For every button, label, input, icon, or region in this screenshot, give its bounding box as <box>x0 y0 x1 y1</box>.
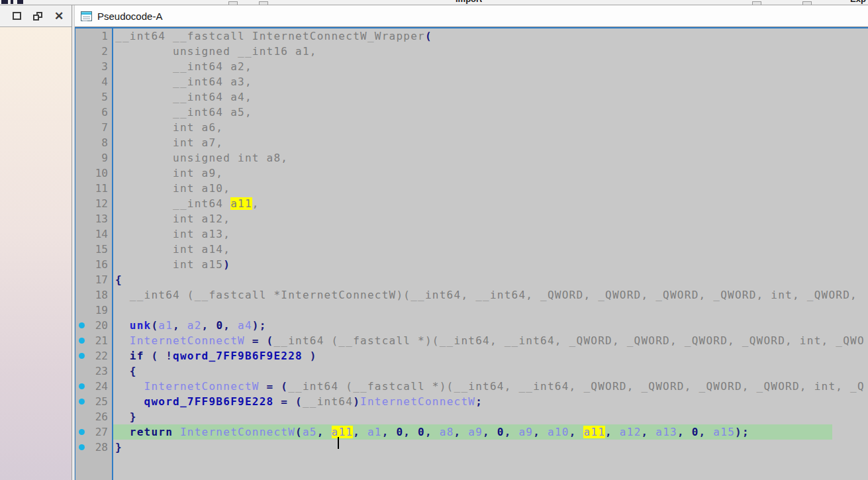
code-token: { <box>115 365 137 377</box>
code-token: , <box>533 426 548 438</box>
tab-pseudocode-a[interactable]: Pseudocode-A <box>75 5 171 26</box>
code-line[interactable]: __int64 a2, <box>113 59 868 74</box>
code-token: , <box>353 426 367 438</box>
code-token: __int64 <box>303 395 353 408</box>
close-button[interactable]: ✕ <box>53 10 65 22</box>
gutter-line: 6 <box>75 105 112 120</box>
code-token: 0 <box>497 426 505 438</box>
code-token: , <box>677 426 692 438</box>
code-token: , <box>252 197 260 210</box>
highlighted-identifier: 11 <box>338 426 353 438</box>
code-token: a12 <box>620 426 642 438</box>
gutter-line: 9 <box>75 150 112 166</box>
code-token: a5 <box>303 426 317 438</box>
code-line[interactable]: __int64 a3, <box>113 74 868 89</box>
code-token: ( ! <box>144 350 173 362</box>
code-token: __int64 __fastcall InternetConnectW_Wrap… <box>115 30 425 42</box>
code-token: __int64 a2, <box>115 60 252 73</box>
code-token: , <box>173 319 187 332</box>
gutter-line: 24 <box>75 379 112 394</box>
code-token: InternetConnectW <box>360 395 475 408</box>
code-line[interactable]: InternetConnectW = (__int64 (__fastcall … <box>113 333 868 348</box>
code-token <box>115 334 130 347</box>
code-line[interactable]: return InternetConnectW(a5, a11, a1, 0, … <box>113 424 832 440</box>
close-icon: ✕ <box>54 11 64 22</box>
code-line[interactable]: int a13, <box>113 226 868 242</box>
window-controls-bar: ✕ <box>0 5 72 27</box>
code-token: , <box>699 426 714 438</box>
code-line[interactable]: { <box>113 363 868 379</box>
code-line[interactable]: int a14, <box>113 242 868 257</box>
code-line[interactable]: __int64 a11, <box>113 196 868 211</box>
code-line[interactable]: int a12, <box>113 211 868 226</box>
code-line[interactable]: __int64 a5, <box>113 105 868 120</box>
statement-dot-icon <box>79 429 85 435</box>
gutter-line: 4 <box>75 74 112 89</box>
code-token: ) <box>223 258 230 271</box>
code-token: return <box>130 426 173 438</box>
code-line[interactable]: if ( !qword_7FF9B6F9E228 ) <box>113 348 868 363</box>
code-token: if <box>130 350 144 362</box>
code-token: , <box>605 426 620 438</box>
code-line[interactable]: int a7, <box>113 135 868 150</box>
code-line[interactable]: int a15) <box>113 257 868 272</box>
code-token: __int64 (__fastcall *)(__int64, __int64,… <box>288 380 865 393</box>
code-line[interactable]: __int64 (__fastcall *InternetConnectW)(_… <box>113 287 868 303</box>
code-token: 0 <box>418 426 425 438</box>
code-token: ( <box>425 30 432 42</box>
code-line[interactable]: { <box>113 272 868 287</box>
code-token: , <box>223 319 238 332</box>
code-line[interactable] <box>113 303 868 318</box>
code-token <box>115 395 144 408</box>
code-token: ( <box>295 426 303 438</box>
gutter-line: 1 <box>75 28 112 44</box>
code-line[interactable]: __int64 a4, <box>113 89 868 105</box>
code-line[interactable]: __int64 __fastcall InternetConnectW_Wrap… <box>113 28 868 44</box>
gutter-line: 17 <box>75 272 112 287</box>
gutter-line: 7 <box>75 120 112 135</box>
code-token: , <box>382 426 397 438</box>
code-token: } <box>115 441 122 454</box>
code-token: __int64 a5, <box>115 106 252 119</box>
code-token: , <box>425 426 440 438</box>
toolbar-tab-fragment: import <box>456 0 482 5</box>
code-line[interactable]: qword_7FF9B6F9E228 = (__int64)InternetCo… <box>113 394 868 409</box>
gutter-line: 10 <box>75 166 112 181</box>
gutter-line: 27 <box>75 424 112 440</box>
pseudocode-widget: 1234567891011121314151617181920212223242… <box>75 27 868 480</box>
code-token: a15 <box>713 426 735 438</box>
code-token: __int64 <box>115 197 230 210</box>
code-line[interactable]: InternetConnectW = (__int64 (__fastcall … <box>113 379 868 394</box>
code-token: , <box>403 426 418 438</box>
code-line[interactable]: int a6, <box>113 120 868 135</box>
code-line[interactable]: int a9, <box>113 166 868 181</box>
maximize-button[interactable] <box>11 10 23 22</box>
code-line[interactable]: int a10, <box>113 181 868 196</box>
code-line[interactable]: unk(a1, a2, 0, a4); <box>113 318 868 333</box>
code-token: InternetConnectW <box>130 334 245 347</box>
code-line[interactable]: unsigned int a8, <box>113 150 868 166</box>
hexrays-window: import Exp ✕ Pseudocode-A 1234567 <box>0 0 868 480</box>
gutter-line: 28 <box>75 440 112 455</box>
code-line[interactable]: } <box>113 440 868 455</box>
code-token: , <box>505 426 519 438</box>
toolbar-fragment <box>17 0 23 4</box>
code-token: , <box>202 319 217 332</box>
code-line[interactable]: } <box>113 409 868 424</box>
restore-icon <box>33 12 42 21</box>
code-token: , <box>569 426 584 438</box>
gutter-line: 11 <box>75 181 112 196</box>
code-token <box>115 350 130 362</box>
code-token: InternetConnectW <box>180 426 295 438</box>
code-line[interactable]: unsigned __int16 a1, <box>113 44 868 59</box>
statement-dot-icon <box>79 353 85 359</box>
code-token: , <box>483 426 497 438</box>
code-token: a9 <box>468 426 483 438</box>
code-area[interactable]: __int64 __fastcall InternetConnectW_Wrap… <box>112 28 868 480</box>
gutter-line: 22 <box>75 348 112 363</box>
restore-button[interactable] <box>32 10 44 22</box>
gutter-line: 20 <box>75 318 112 333</box>
gutter-line: 23 <box>75 363 112 379</box>
gutter-line: 12 <box>75 196 112 211</box>
code-token: ; <box>475 395 483 408</box>
